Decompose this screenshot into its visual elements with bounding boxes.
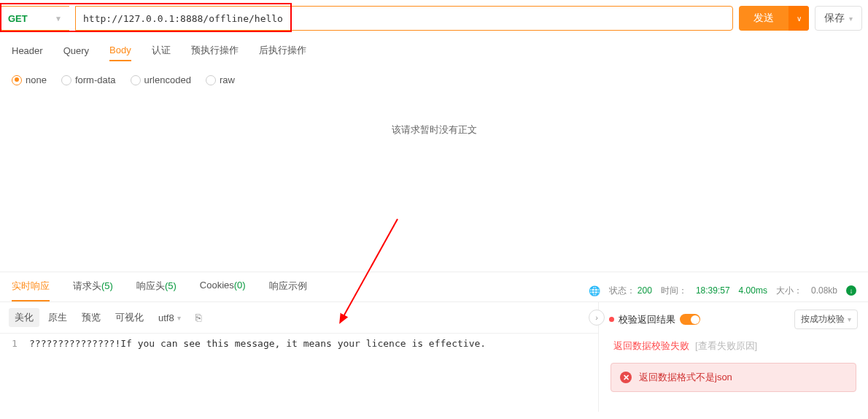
request-tabs: Header Query Body 认证 预执行操作 后执行操作 xyxy=(0,36,868,69)
status-timestamp: 18:39:57 xyxy=(696,285,730,296)
error-banner: ✕ 返回数据格式不是json xyxy=(611,363,856,392)
verify-header: 校验返回结果 按成功校验 ▾ xyxy=(599,302,868,337)
tab-pre-script[interactable]: 预执行操作 xyxy=(191,44,239,61)
http-method-label: GET xyxy=(8,13,28,24)
tab-auth[interactable]: 认证 xyxy=(152,44,171,61)
globe-icon: 🌐 xyxy=(589,285,600,296)
verify-fail-msg: 返回数据校验失败 xyxy=(613,339,689,353)
response-toolbar: 美化 原生 预览 可视化 utf8 ▾ ⎘ xyxy=(0,302,598,334)
status-size: 0.08kb xyxy=(811,285,837,296)
radio-icon xyxy=(206,75,216,85)
response-body-row: 美化 原生 预览 可视化 utf8 ▾ ⎘ 1 ???????????????!… xyxy=(0,302,868,412)
tab-body[interactable]: Body xyxy=(109,45,131,61)
response-verify-panel: › 校验返回结果 按成功校验 ▾ 返回数据校验失败 [查看失败原因] ✕ 返回数… xyxy=(598,302,868,412)
url-input[interactable] xyxy=(75,6,733,31)
response-tabs-row: 实时响应 请求头(5) 响应头(5) Cookies(0) 响应示例 🌐 状态：… xyxy=(0,272,868,302)
verify-fail-row: 返回数据校验失败 [查看失败原因] xyxy=(599,337,868,360)
verify-toggle[interactable] xyxy=(680,314,700,325)
radio-icon xyxy=(12,75,22,85)
resp-tab-realtime[interactable]: 实时响应 xyxy=(12,280,50,301)
radio-icon xyxy=(131,75,141,85)
verify-title: 校验返回结果 xyxy=(619,313,675,326)
resp-tab-request-headers[interactable]: 请求头(5) xyxy=(73,280,113,301)
verify-mode-select[interactable]: 按成功校验 ▾ xyxy=(794,310,858,329)
resp-tab-example[interactable]: 响应示例 xyxy=(269,280,307,301)
tab-query[interactable]: Query xyxy=(63,45,89,61)
status-duration: 4.00ms xyxy=(739,285,767,296)
radio-label: raw xyxy=(220,74,235,85)
send-dropdown-icon[interactable]: ∨ xyxy=(788,6,809,31)
body-type-options: none form-data urlencoded raw xyxy=(0,69,868,94)
resp-tab-response-headers[interactable]: 响应头(5) xyxy=(136,280,177,301)
response-section: 实时响应 请求头(5) 响应头(5) Cookies(0) 响应示例 🌐 状态：… xyxy=(0,272,868,419)
view-reason-link[interactable]: [查看失败原因] xyxy=(695,339,757,353)
encoding-select[interactable]: utf8 ▾ xyxy=(152,310,187,326)
save-button[interactable]: 保存 ▾ xyxy=(815,6,862,31)
tool-raw[interactable]: 原生 xyxy=(42,308,73,327)
http-method-select[interactable]: GET ▼ xyxy=(0,6,69,31)
no-body-message: 该请求暂时没有正文 xyxy=(0,94,868,195)
body-opt-formdata[interactable]: form-data xyxy=(61,74,116,85)
copy-icon[interactable]: ⎘ xyxy=(195,312,201,323)
radio-label: form-data xyxy=(75,74,116,85)
tab-header[interactable]: Header xyxy=(12,45,43,61)
request-bar: GET ▼ 发送 ∨ 保存 ▾ xyxy=(0,0,868,36)
chevron-down-icon: ▼ xyxy=(55,15,62,23)
code-text: ???????????????!If you can see this mess… xyxy=(29,338,598,349)
tab-post-script[interactable]: 后执行操作 xyxy=(259,44,306,61)
body-opt-raw[interactable]: raw xyxy=(206,74,235,85)
body-opt-urlencoded[interactable]: urlencoded xyxy=(131,74,191,85)
body-opt-none[interactable]: none xyxy=(12,74,47,85)
send-button-label: 发送 xyxy=(739,12,788,25)
radio-label: none xyxy=(26,74,47,85)
code-line: 1 ???????????????!If you can see this me… xyxy=(0,334,598,353)
line-number: 1 xyxy=(0,338,29,349)
radio-icon xyxy=(61,75,71,85)
status-dot-icon xyxy=(609,317,614,322)
response-left-panel: 美化 原生 预览 可视化 utf8 ▾ ⎘ 1 ???????????????!… xyxy=(0,302,598,412)
response-tabs: 实时响应 请求头(5) 响应头(5) Cookies(0) 响应示例 xyxy=(12,280,307,301)
send-button[interactable]: 发送 ∨ xyxy=(739,6,809,31)
chevron-down-icon: ▾ xyxy=(849,15,853,23)
save-button-label: 保存 xyxy=(824,12,845,25)
status-code: 200 xyxy=(638,285,652,296)
error-message: 返回数据格式不是json xyxy=(639,371,732,384)
radio-label: urlencoded xyxy=(144,74,191,85)
tool-pretty[interactable]: 美化 xyxy=(9,308,39,327)
chevron-down-icon: ▾ xyxy=(177,314,181,322)
resp-tab-cookies[interactable]: Cookies(0) xyxy=(200,280,246,301)
tool-preview[interactable]: 预览 xyxy=(76,308,106,327)
response-status: 🌐 状态： 200 时间： 18:39:57 4.00ms 大小： 0.08kb… xyxy=(589,285,856,297)
tool-visualize[interactable]: 可视化 xyxy=(109,308,150,327)
error-icon: ✕ xyxy=(620,372,632,383)
scroll-right-icon[interactable]: › xyxy=(589,310,605,326)
download-icon[interactable]: ↓ xyxy=(846,285,856,296)
chevron-down-icon: ▾ xyxy=(848,315,851,323)
